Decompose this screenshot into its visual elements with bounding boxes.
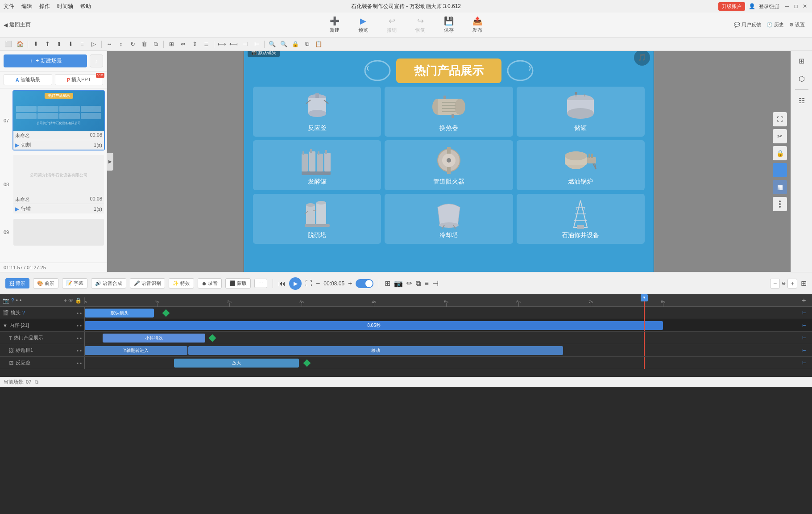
toolbar-publish[interactable]: 📤 发布: [468, 16, 486, 33]
sub-tb-delete[interactable]: 🗑: [139, 39, 149, 49]
toolbar-new[interactable]: ➕ 新建: [326, 16, 344, 33]
settings-btn[interactable]: ⚙ 设置: [789, 21, 805, 28]
insert-ppt-button[interactable]: P 插入PPT VIP: [55, 74, 104, 85]
sub-tb-order[interactable]: ≣: [201, 39, 211, 49]
track-content-dot2[interactable]: •: [80, 323, 82, 328]
fullscreen-button[interactable]: ⛶: [773, 112, 787, 126]
track-reactor-dot1[interactable]: •: [77, 360, 79, 366]
track-title-block[interactable]: 小抖特效: [103, 334, 205, 343]
layer-bc-icon[interactable]: ⧉: [416, 280, 421, 288]
sub-tb-align-left[interactable]: ⬇: [31, 39, 41, 49]
bg-button[interactable]: 🖼 背景: [5, 278, 29, 288]
sub-tb-copy2[interactable]: ⧉: [302, 39, 312, 49]
upgrade-button[interactable]: 升级账户: [718, 2, 745, 11]
play-scene-icon[interactable]: ▶: [15, 142, 19, 148]
tl-icon-dot1[interactable]: •: [16, 297, 18, 304]
time-plus-button[interactable]: +: [348, 280, 352, 288]
sub-tb-more1[interactable]: ⟼: [217, 39, 227, 49]
track-content-dot1[interactable]: •: [77, 323, 79, 328]
toolbar-undo[interactable]: ↩ 撤销: [383, 16, 401, 33]
back-nav[interactable]: ◀ 返回主页: [4, 21, 31, 29]
record-button[interactable]: ⏺ 录音: [198, 278, 222, 288]
sub-tb-distribute-v[interactable]: ⇕: [190, 39, 199, 49]
layer-button[interactable]: ▦: [773, 180, 787, 194]
skip-start-button[interactable]: ⏮: [278, 280, 286, 288]
minimize-button[interactable]: ─: [783, 3, 791, 10]
mask-button[interactable]: ⬛ 蒙版: [225, 278, 251, 288]
product-cell-1[interactable]: 换热器: [385, 87, 513, 137]
rp-btn-2[interactable]: ⬡: [794, 71, 810, 87]
track-titlebox-block2[interactable]: 移动: [188, 346, 563, 355]
track-camera-block[interactable]: 默认镜头: [85, 309, 154, 318]
color-button[interactable]: [773, 163, 787, 177]
distribute-bc-icon[interactable]: ⊣: [432, 279, 439, 288]
product-cell-0[interactable]: 反应釜: [253, 87, 381, 137]
fg-button[interactable]: 🎨 前景: [33, 278, 58, 288]
toolbar-save[interactable]: 💾 保存: [440, 16, 458, 33]
lock-button[interactable]: 🔒: [773, 146, 787, 160]
sub-tb-align-v[interactable]: ≡: [77, 39, 87, 49]
maximize-button[interactable]: □: [792, 3, 800, 10]
tl-add-track-button[interactable]: +: [796, 297, 812, 305]
close-button[interactable]: ✕: [801, 3, 808, 10]
track-content-block[interactable]: 8.05秒: [85, 321, 663, 330]
tl-add-icon[interactable]: +: [64, 297, 67, 304]
track-title-dot2[interactable]: •: [80, 335, 82, 341]
track-reactor-dot2[interactable]: •: [80, 360, 82, 366]
track-camera-dot1[interactable]: •: [77, 310, 79, 316]
product-cell-5[interactable]: 燃油锅炉: [517, 140, 645, 190]
tts-button[interactable]: 🔊 语音合成: [91, 278, 126, 288]
track-content-collapse[interactable]: ▼: [3, 323, 8, 328]
track-title-dot1[interactable]: •: [77, 335, 79, 341]
track-titlebox-block1[interactable]: Y轴翻转进入: [85, 346, 187, 355]
sub-tb-grid[interactable]: ⊞: [166, 39, 176, 49]
tl-lock-icon[interactable]: 🔒: [75, 297, 82, 304]
scene-item-07[interactable]: 07 热门产品展示 公司简介|清华石化设备: [12, 90, 105, 150]
sub-tb-align-center-h[interactable]: ⬆: [42, 39, 52, 49]
sub-tb-select[interactable]: ⬜: [4, 39, 13, 49]
sub-tb-distribute-h[interactable]: ⇔: [178, 39, 188, 49]
menu-operate[interactable]: 操作: [39, 3, 50, 10]
menu-file[interactable]: 文件: [4, 3, 14, 10]
tl-icon-dot2[interactable]: •: [20, 297, 21, 304]
crop-button[interactable]: ✂: [773, 129, 787, 143]
track-help-icon[interactable]: ?: [22, 310, 25, 315]
camera-bc-icon[interactable]: 📷: [394, 279, 403, 288]
sub-tb-more3[interactable]: ⊣: [240, 39, 250, 49]
product-cell-4[interactable]: 管道阻火器: [385, 140, 513, 190]
track-reactor-block[interactable]: 放大: [174, 359, 299, 368]
edit-bc-icon[interactable]: ✏: [406, 279, 412, 288]
canvas-music-button[interactable]: 🎵: [634, 51, 650, 66]
scene-item-09[interactable]: 09: [12, 218, 105, 247]
sub-tb-more2[interactable]: ⟻: [228, 39, 238, 49]
feedback-btn[interactable]: 💬 用户反馈: [734, 21, 761, 28]
sub-tb-zoom-in[interactable]: 🔍: [267, 39, 277, 49]
sub-tb-align-bottom[interactable]: ⬇: [66, 39, 75, 49]
track-camera-dot2[interactable]: •: [80, 310, 82, 316]
product-cell-3[interactable]: 发酵罐: [253, 140, 381, 190]
effect-button[interactable]: ✨ 特效: [169, 278, 194, 288]
sub-tb-zoom-out[interactable]: 🔍: [279, 39, 289, 49]
time-minus-button[interactable]: −: [316, 280, 320, 288]
zoom-out-button[interactable]: −: [770, 279, 780, 288]
toolbar-preview[interactable]: ▶ 预览: [354, 16, 372, 33]
menu-timeline[interactable]: 时间轴: [57, 3, 73, 10]
play-scene-08-icon[interactable]: ▶: [15, 206, 19, 212]
play-button[interactable]: ▶: [289, 277, 302, 290]
tl-icon-help[interactable]: ?: [11, 297, 14, 304]
aspect-ratio-button[interactable]: ⊞: [385, 279, 390, 288]
toggle-switch[interactable]: [356, 279, 373, 288]
sub-tb-paste[interactable]: 📋: [314, 39, 323, 49]
asr-button[interactable]: 🎤 语音识别: [130, 278, 165, 288]
product-cell-8[interactable]: 石油修井设备: [517, 194, 645, 244]
smart-scene-button[interactable]: A 智能场景: [4, 74, 52, 85]
sub-tb-home[interactable]: 🏠: [15, 39, 25, 49]
subtitle-button[interactable]: 📝 字幕: [62, 278, 87, 288]
menu-edit[interactable]: 编辑: [21, 3, 32, 10]
sub-tb-flip-h[interactable]: ↔: [104, 39, 114, 49]
sub-tb-copy[interactable]: ⧉: [151, 39, 161, 49]
align-bc-icon[interactable]: ≡: [424, 280, 428, 288]
new-scene-button[interactable]: ＋ + 新建场景: [4, 54, 87, 67]
zoom-fit-button[interactable]: ⊞: [801, 279, 807, 288]
toolbar-redo[interactable]: ↪ 恢复: [411, 16, 429, 33]
